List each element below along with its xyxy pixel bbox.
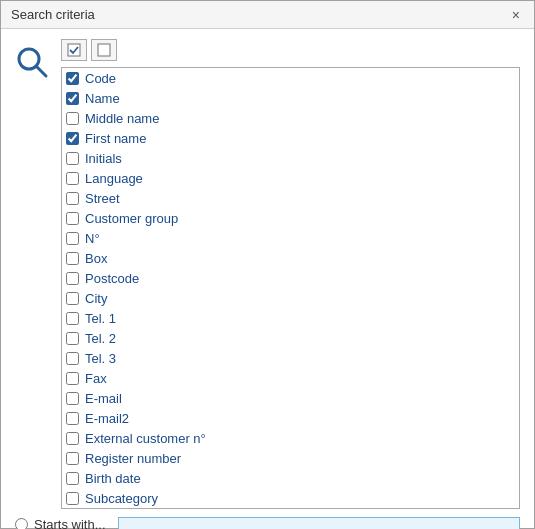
search-input-area bbox=[118, 517, 520, 529]
close-icon-button[interactable]: × bbox=[508, 8, 524, 22]
list-item: E-mail bbox=[62, 388, 519, 408]
list-item-checkbox[interactable] bbox=[66, 152, 79, 165]
starts-with-label: Starts with... bbox=[34, 517, 106, 529]
starts-with-radio[interactable] bbox=[15, 518, 28, 529]
title-bar: Search criteria × bbox=[1, 1, 534, 29]
search-criteria-dialog: Search criteria × bbox=[0, 0, 535, 529]
list-item-checkbox[interactable] bbox=[66, 172, 79, 185]
list-item: Tel. 2 bbox=[62, 328, 519, 348]
list-item-checkbox[interactable] bbox=[66, 312, 79, 325]
list-item: Code bbox=[62, 68, 519, 88]
list-item-checkbox[interactable] bbox=[66, 112, 79, 125]
starts-with-option[interactable]: Starts with... bbox=[15, 517, 108, 529]
list-item-label: Subcategory bbox=[85, 491, 158, 506]
list-item: Tel. 1 bbox=[62, 308, 519, 328]
list-item-checkbox[interactable] bbox=[66, 472, 79, 485]
list-item: Register number bbox=[62, 448, 519, 468]
list-item: Middle name bbox=[62, 108, 519, 128]
list-item-checkbox[interactable] bbox=[66, 212, 79, 225]
dialog-title: Search criteria bbox=[11, 7, 95, 22]
filter-options: Starts with... Contains... bbox=[15, 517, 108, 529]
list-item-checkbox[interactable] bbox=[66, 232, 79, 245]
list-item-checkbox[interactable] bbox=[66, 432, 79, 445]
svg-line-1 bbox=[36, 66, 46, 76]
items-list: CodeNameMiddle nameFirst nameInitialsLan… bbox=[61, 67, 520, 509]
list-item: First name bbox=[62, 128, 519, 148]
list-item: N° bbox=[62, 228, 519, 248]
list-item-checkbox[interactable] bbox=[66, 292, 79, 305]
list-item-checkbox[interactable] bbox=[66, 452, 79, 465]
list-item-label: Initials bbox=[85, 151, 122, 166]
list-item: E-mail2 bbox=[62, 408, 519, 428]
list-item-checkbox[interactable] bbox=[66, 492, 79, 505]
list-item-checkbox[interactable] bbox=[66, 72, 79, 85]
list-item-checkbox[interactable] bbox=[66, 92, 79, 105]
check-all-button[interactable] bbox=[61, 39, 87, 61]
list-item-label: First name bbox=[85, 131, 146, 146]
check-all-icon bbox=[67, 43, 81, 57]
list-item-label: Tel. 2 bbox=[85, 331, 116, 346]
list-item-checkbox[interactable] bbox=[66, 192, 79, 205]
list-item-checkbox[interactable] bbox=[66, 272, 79, 285]
list-item: Box bbox=[62, 248, 519, 268]
list-item-label: N° bbox=[85, 231, 100, 246]
list-item-checkbox[interactable] bbox=[66, 372, 79, 385]
list-item: External customer n° bbox=[62, 428, 519, 448]
search-text-input[interactable] bbox=[118, 517, 520, 529]
list-item-label: Language bbox=[85, 171, 143, 186]
list-item-checkbox[interactable] bbox=[66, 352, 79, 365]
list-item-label: Street bbox=[85, 191, 120, 206]
list-item-label: City bbox=[85, 291, 107, 306]
top-row: CodeNameMiddle nameFirst nameInitialsLan… bbox=[15, 39, 520, 509]
list-item: Tel. 3 bbox=[62, 348, 519, 368]
right-panel: CodeNameMiddle nameFirst nameInitialsLan… bbox=[61, 39, 520, 509]
list-item: Fax bbox=[62, 368, 519, 388]
search-icon-area bbox=[15, 45, 49, 82]
list-item-label: Fax bbox=[85, 371, 107, 386]
list-item-label: Tel. 1 bbox=[85, 311, 116, 326]
list-item: Language bbox=[62, 168, 519, 188]
list-item-label: E-mail bbox=[85, 391, 122, 406]
list-item-label: Code bbox=[85, 71, 116, 86]
list-item-checkbox[interactable] bbox=[66, 252, 79, 265]
list-item-checkbox[interactable] bbox=[66, 332, 79, 345]
list-item: City bbox=[62, 288, 519, 308]
search-icon bbox=[15, 45, 49, 79]
uncheck-all-button[interactable] bbox=[91, 39, 117, 61]
svg-rect-2 bbox=[68, 44, 80, 56]
list-item-label: Customer group bbox=[85, 211, 178, 226]
list-item: Street bbox=[62, 188, 519, 208]
list-item: Initials bbox=[62, 148, 519, 168]
uncheck-all-icon bbox=[97, 43, 111, 57]
list-item-label: Name bbox=[85, 91, 120, 106]
list-item-label: Birth date bbox=[85, 471, 141, 486]
dialog-body: CodeNameMiddle nameFirst nameInitialsLan… bbox=[1, 29, 534, 526]
list-item-checkbox[interactable] bbox=[66, 392, 79, 405]
list-item-label: Tel. 3 bbox=[85, 351, 116, 366]
list-item-label: External customer n° bbox=[85, 431, 206, 446]
list-item-label: Postcode bbox=[85, 271, 139, 286]
list-item-label: Register number bbox=[85, 451, 181, 466]
list-item-checkbox[interactable] bbox=[66, 412, 79, 425]
list-item-label: Middle name bbox=[85, 111, 159, 126]
list-item: Postcode bbox=[62, 268, 519, 288]
svg-rect-3 bbox=[98, 44, 110, 56]
list-item-label: E-mail2 bbox=[85, 411, 129, 426]
list-item-checkbox[interactable] bbox=[66, 132, 79, 145]
list-item: Birth date bbox=[62, 468, 519, 488]
list-item-label: Box bbox=[85, 251, 107, 266]
toolbar bbox=[61, 39, 520, 61]
list-item: Name bbox=[62, 88, 519, 108]
list-item: Customer group bbox=[62, 208, 519, 228]
list-item: Subcategory bbox=[62, 488, 519, 508]
